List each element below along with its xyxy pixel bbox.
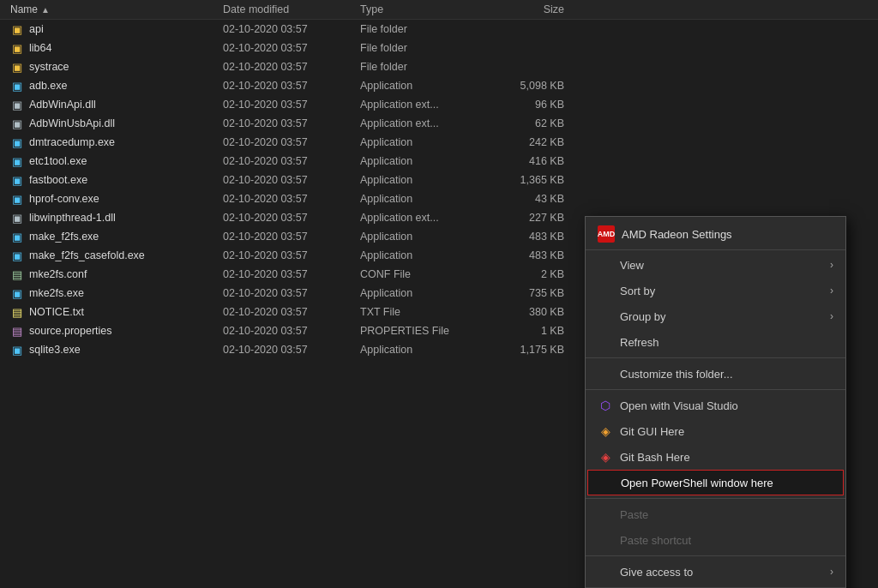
file-icon: ▣ bbox=[10, 41, 24, 55]
ctx-item-git-gui[interactable]: ◈ Git GUI Here bbox=[586, 418, 845, 444]
table-row[interactable]: ▣ lib64 02-10-2020 03:57 File folder bbox=[0, 39, 878, 57]
context-menu-separator bbox=[586, 389, 845, 390]
file-date: 02-10-2020 03:57 bbox=[223, 155, 360, 167]
file-name: etc1tool.exe bbox=[29, 155, 87, 167]
file-name: AdbWinUsbApi.dll bbox=[29, 117, 115, 129]
file-type: Application bbox=[360, 80, 489, 92]
ctx-item-git-bash[interactable]: ◈ Git Bash Here bbox=[586, 444, 845, 470]
table-row[interactable]: ▣ AdbWinApi.dll 02-10-2020 03:57 Applica… bbox=[0, 95, 878, 114]
file-icon: ▣ bbox=[10, 343, 24, 357]
file-name: api bbox=[29, 23, 44, 35]
ctx-item-label: Give access to bbox=[620, 566, 693, 579]
ctx-item-left-paste-shortcut: Paste shortcut bbox=[598, 532, 691, 548]
submenu-arrow: › bbox=[830, 566, 833, 578]
file-date: 02-10-2020 03:57 bbox=[223, 344, 360, 356]
col-date-header[interactable]: Date modified bbox=[223, 3, 360, 15]
ctx-spacer-icon bbox=[598, 507, 613, 522]
file-icon: ▤ bbox=[10, 267, 24, 281]
ctx-item-label: Git GUI Here bbox=[620, 425, 684, 438]
ctx-item-powershell[interactable]: Open PowerShell window here bbox=[587, 470, 844, 495]
col-size-header[interactable]: Size bbox=[489, 3, 574, 15]
file-size: 242 KB bbox=[489, 136, 574, 148]
ctx-item-sort-by[interactable]: Sort by › bbox=[586, 278, 845, 303]
amd-icon: AMD bbox=[598, 225, 615, 243]
file-icon: ▣ bbox=[10, 173, 24, 187]
file-date: 02-10-2020 03:57 bbox=[223, 306, 360, 318]
file-date: 02-10-2020 03:57 bbox=[223, 42, 360, 54]
file-name: source.properties bbox=[29, 325, 112, 337]
file-type: Application ext... bbox=[360, 212, 489, 224]
file-name: mke2fs.conf bbox=[29, 268, 87, 280]
table-row[interactable]: ▣ dmtracedump.exe 02-10-2020 03:57 Appli… bbox=[0, 133, 878, 152]
vs-icon: ⬡ bbox=[598, 398, 613, 413]
ctx-item-open-vs[interactable]: ⬡ Open with Visual Studio bbox=[586, 393, 845, 418]
col-name-label: Name bbox=[10, 3, 38, 15]
file-name: adb.exe bbox=[29, 80, 67, 92]
table-row[interactable]: ▣ fastboot.exe 02-10-2020 03:57 Applicat… bbox=[0, 171, 878, 189]
ctx-spacer-icon bbox=[598, 475, 614, 490]
table-row[interactable]: ▣ etc1tool.exe 02-10-2020 03:57 Applicat… bbox=[0, 152, 878, 171]
context-menu-items: View › Sort by › Group by › Refresh Cust… bbox=[586, 252, 845, 588]
file-type: Application bbox=[360, 136, 489, 148]
ctx-item-label: View bbox=[620, 259, 644, 272]
col-name-header[interactable]: Name ▲ bbox=[0, 3, 223, 15]
ctx-item-left-group-by: Group by bbox=[598, 309, 665, 324]
file-name: mke2fs.exe bbox=[29, 287, 84, 299]
ctx-spacer-icon bbox=[598, 257, 613, 273]
ctx-item-label: Git Bash Here bbox=[620, 451, 690, 464]
file-name: systrace bbox=[29, 61, 69, 73]
file-icon: ▣ bbox=[10, 249, 24, 262]
file-size: 227 KB bbox=[489, 212, 574, 224]
file-date: 02-10-2020 03:57 bbox=[223, 61, 360, 73]
ctx-spacer-icon bbox=[598, 564, 613, 579]
ctx-item-view[interactable]: View › bbox=[586, 252, 845, 278]
file-type: PROPERTIES File bbox=[360, 325, 489, 337]
file-date: 02-10-2020 03:57 bbox=[223, 268, 360, 280]
table-row[interactable]: ▣ api 02-10-2020 03:57 File folder bbox=[0, 20, 878, 39]
ctx-item-left-paste: Paste bbox=[598, 507, 648, 522]
file-icon: ▣ bbox=[10, 135, 24, 149]
file-icon: ▣ bbox=[10, 98, 24, 111]
ctx-item-left-customize: Customize this folder... bbox=[598, 366, 733, 381]
file-type: Application bbox=[360, 249, 489, 261]
file-size: 5,098 KB bbox=[489, 80, 574, 92]
file-date: 02-10-2020 03:57 bbox=[223, 174, 360, 186]
file-date: 02-10-2020 03:57 bbox=[223, 117, 360, 129]
file-icon: ▤ bbox=[10, 324, 24, 338]
file-name: hprof-conv.exe bbox=[29, 193, 99, 205]
table-row[interactable]: ▣ hprof-conv.exe 02-10-2020 03:57 Applic… bbox=[0, 189, 878, 208]
ctx-item-label: Open PowerShell window here bbox=[621, 477, 773, 489]
file-date: 02-10-2020 03:57 bbox=[223, 23, 360, 35]
ctx-item-left-git-gui: ◈ Git GUI Here bbox=[598, 423, 684, 439]
table-row[interactable]: ▣ adb.exe 02-10-2020 03:57 Application 5… bbox=[0, 76, 878, 95]
file-type: File folder bbox=[360, 42, 489, 54]
file-name: make_f2fs.exe bbox=[29, 231, 99, 243]
ctx-item-refresh[interactable]: Refresh bbox=[586, 329, 845, 355]
ctx-item-left-git-bash: ◈ Git Bash Here bbox=[598, 449, 690, 465]
table-row[interactable]: ▣ AdbWinUsbApi.dll 02-10-2020 03:57 Appl… bbox=[0, 114, 878, 133]
ctx-item-group-by[interactable]: Group by › bbox=[586, 303, 845, 329]
file-size: 1,365 KB bbox=[489, 174, 574, 186]
file-type: Application bbox=[360, 231, 489, 243]
file-type: File folder bbox=[360, 23, 489, 35]
ctx-item-left-sort-by: Sort by bbox=[598, 283, 655, 298]
file-name: NOTICE.txt bbox=[29, 306, 84, 318]
ctx-item-customize[interactable]: Customize this folder... bbox=[586, 361, 845, 387]
col-type-header[interactable]: Type bbox=[360, 3, 489, 15]
file-size: 62 KB bbox=[489, 117, 574, 129]
file-size: 1,175 KB bbox=[489, 344, 574, 356]
ctx-item-left-give-access: Give access to bbox=[598, 564, 693, 579]
table-row[interactable]: ▣ systrace 02-10-2020 03:57 File folder bbox=[0, 57, 878, 76]
ctx-item-left-powershell: Open PowerShell window here bbox=[598, 475, 773, 490]
file-date: 02-10-2020 03:57 bbox=[223, 249, 360, 261]
ctx-item-give-access[interactable]: Give access to › bbox=[586, 559, 845, 585]
ctx-item-paste-shortcut: Paste shortcut bbox=[586, 527, 845, 553]
ctx-item-label: Paste bbox=[620, 508, 648, 521]
file-size: 483 KB bbox=[489, 249, 574, 261]
submenu-arrow: › bbox=[830, 285, 833, 297]
file-icon: ▤ bbox=[10, 305, 24, 319]
ctx-spacer-icon bbox=[598, 283, 613, 298]
git-bash-icon: ◈ bbox=[598, 449, 613, 465]
file-name: libwinpthread-1.dll bbox=[29, 212, 116, 224]
file-date: 02-10-2020 03:57 bbox=[223, 136, 360, 148]
